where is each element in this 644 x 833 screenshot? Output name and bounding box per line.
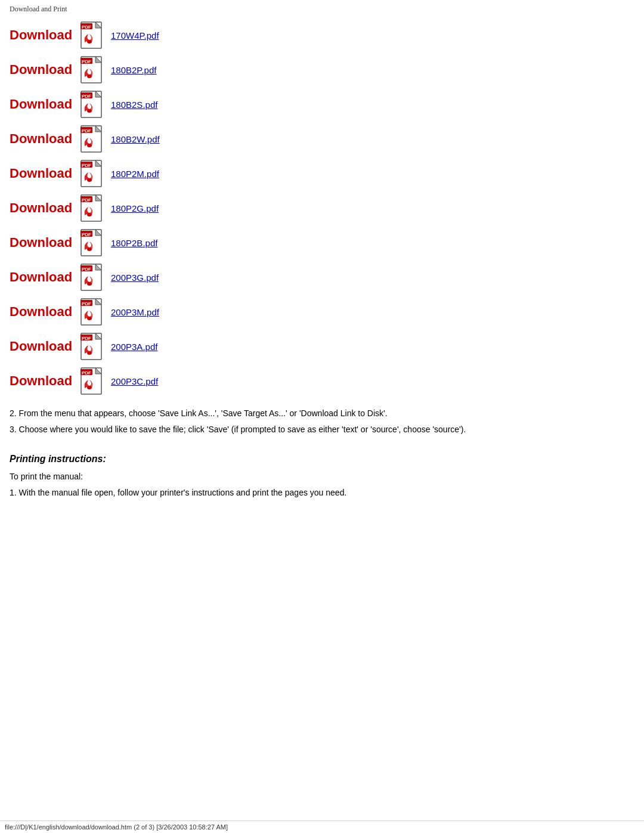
download-label: Download bbox=[10, 270, 75, 285]
pdf-icon: PDF bbox=[80, 21, 106, 49]
svg-point-34 bbox=[87, 247, 92, 251]
svg-point-39 bbox=[87, 282, 92, 286]
svg-point-29 bbox=[87, 213, 92, 216]
pdf-icon: PDF bbox=[80, 228, 106, 257]
file-link[interactable]: 200P3M.pdf bbox=[111, 307, 159, 317]
download-row: Download PDF 180B2P.pdf bbox=[10, 55, 634, 84]
download-row: Download PDF 180B2W.pdf bbox=[10, 125, 634, 153]
download-label: Download bbox=[10, 339, 75, 354]
svg-point-14 bbox=[87, 109, 92, 113]
download-row: Download PDF 200P3G.pdf bbox=[10, 263, 634, 292]
svg-text:PDF: PDF bbox=[82, 370, 91, 376]
svg-point-9 bbox=[87, 75, 92, 78]
file-link[interactable]: 180P2M.pdf bbox=[111, 169, 159, 179]
printing-title: Printing instructions: bbox=[10, 454, 634, 465]
download-row: Download PDF 180P2B.pdf bbox=[10, 228, 634, 257]
pdf-icon: PDF bbox=[80, 263, 106, 292]
download-label: Download bbox=[10, 304, 75, 320]
download-row: Download PDF 180B2S.pdf bbox=[10, 90, 634, 119]
svg-text:PDF: PDF bbox=[82, 59, 91, 64]
download-row: Download PDF 170W4P.pdf bbox=[10, 21, 634, 49]
printing-intro: To print the manual: bbox=[10, 470, 634, 483]
download-label: Download bbox=[10, 166, 75, 181]
svg-text:PDF: PDF bbox=[82, 336, 91, 341]
file-link[interactable]: 170W4P.pdf bbox=[111, 30, 159, 41]
printing-step1: 1. With the manual file open, follow you… bbox=[10, 487, 634, 499]
svg-point-4 bbox=[87, 40, 92, 44]
file-link[interactable]: 180P2B.pdf bbox=[111, 238, 157, 248]
svg-point-24 bbox=[87, 178, 92, 182]
file-link[interactable]: 180B2S.pdf bbox=[111, 100, 157, 110]
download-list: Download PDF 170W4P.pdfDown bbox=[10, 21, 634, 395]
svg-point-54 bbox=[87, 386, 92, 389]
file-link[interactable]: 200P3C.pdf bbox=[111, 376, 158, 386]
instructions: 2. From the menu that appears, choose 'S… bbox=[10, 407, 634, 436]
download-label: Download bbox=[10, 131, 75, 147]
download-label: Download bbox=[10, 27, 75, 43]
pdf-icon: PDF bbox=[80, 194, 106, 222]
svg-text:PDF: PDF bbox=[82, 94, 91, 99]
file-link[interactable]: 180B2P.pdf bbox=[111, 65, 156, 75]
pdf-icon: PDF bbox=[80, 367, 106, 395]
file-link[interactable]: 180B2W.pdf bbox=[111, 134, 160, 144]
download-row: Download PDF 180P2G.pdf bbox=[10, 194, 634, 222]
svg-text:PDF: PDF bbox=[82, 301, 91, 306]
svg-text:PDF: PDF bbox=[82, 24, 91, 30]
pdf-icon: PDF bbox=[80, 125, 106, 153]
printing-section: Printing instructions: To print the manu… bbox=[10, 454, 634, 499]
svg-text:PDF: PDF bbox=[82, 163, 91, 168]
pdf-icon: PDF bbox=[80, 332, 106, 361]
download-row: Download PDF 200P3M.pdf bbox=[10, 298, 634, 326]
svg-text:PDF: PDF bbox=[82, 232, 91, 237]
svg-text:PDF: PDF bbox=[82, 197, 91, 203]
pdf-icon: PDF bbox=[80, 90, 106, 119]
download-row: Download PDF 200P3A.pdf bbox=[10, 332, 634, 361]
svg-point-49 bbox=[87, 351, 92, 355]
pdf-icon: PDF bbox=[80, 298, 106, 326]
svg-text:PDF: PDF bbox=[82, 128, 91, 134]
instruction-step2: 2. From the menu that appears, choose 'S… bbox=[10, 407, 634, 420]
file-link[interactable]: 180P2G.pdf bbox=[111, 203, 159, 213]
download-label: Download bbox=[10, 62, 75, 78]
download-label: Download bbox=[10, 373, 75, 389]
svg-point-44 bbox=[87, 317, 92, 320]
page-title: Download and Print bbox=[10, 5, 67, 13]
pdf-icon: PDF bbox=[80, 159, 106, 188]
download-label: Download bbox=[10, 97, 75, 112]
file-link[interactable]: 200P3A.pdf bbox=[111, 342, 157, 352]
file-link[interactable]: 200P3G.pdf bbox=[111, 272, 159, 283]
page-title-bar: Download and Print bbox=[10, 5, 634, 14]
download-row: Download PDF 180P2M.pdf bbox=[10, 159, 634, 188]
download-row: Download PDF 200P3C.pdf bbox=[10, 367, 634, 395]
download-label: Download bbox=[10, 200, 75, 216]
svg-text:PDF: PDF bbox=[82, 267, 91, 272]
instruction-step3: 3. Choose where you would like to save t… bbox=[10, 423, 634, 436]
pdf-icon: PDF bbox=[80, 55, 106, 84]
svg-point-19 bbox=[87, 144, 92, 147]
download-label: Download bbox=[10, 235, 75, 250]
